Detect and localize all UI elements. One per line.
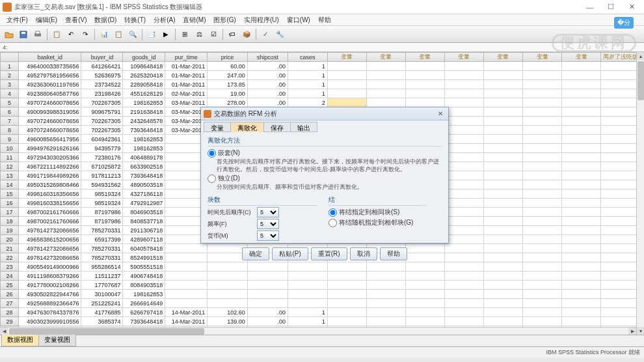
grid-cell[interactable] bbox=[562, 262, 601, 272]
grid-cell[interactable]: 4987002161760666 bbox=[18, 208, 81, 217]
grid-cell[interactable] bbox=[405, 62, 444, 71]
grid-cell[interactable] bbox=[444, 208, 483, 217]
grid-cell[interactable] bbox=[165, 272, 208, 281]
grid-cell[interactable] bbox=[327, 308, 366, 317]
split-icon[interactable]: ⊞ bbox=[178, 28, 191, 41]
radio-independent[interactable] bbox=[208, 174, 216, 183]
grid-cell[interactable] bbox=[405, 317, 444, 326]
grid-cell[interactable] bbox=[483, 244, 522, 253]
menu-item[interactable]: 编辑(E) bbox=[32, 14, 61, 25]
grid-cell[interactable] bbox=[483, 117, 522, 126]
row-header[interactable]: 26 bbox=[1, 290, 19, 299]
grid-cell[interactable] bbox=[327, 71, 366, 80]
grid-cell[interactable] bbox=[483, 189, 522, 199]
row-header[interactable]: 6 bbox=[1, 107, 19, 117]
row-header[interactable]: 7 bbox=[1, 117, 19, 126]
radio-nested[interactable] bbox=[208, 149, 216, 158]
run-icon[interactable]: ▶ bbox=[159, 28, 172, 41]
grid-cell[interactable]: 1 bbox=[288, 80, 327, 89]
grid-cell[interactable]: 2 bbox=[288, 98, 327, 107]
grid-cell[interactable] bbox=[208, 272, 248, 281]
grid-cell[interactable] bbox=[405, 89, 444, 98]
redo-icon[interactable]: ↷ bbox=[79, 28, 92, 41]
grid-cell[interactable]: 65917399 bbox=[81, 235, 123, 244]
vertical-scrollbar[interactable]: ▲ ▼ bbox=[636, 52, 644, 335]
row-header[interactable]: 24 bbox=[1, 272, 19, 281]
column-header[interactable]: cases bbox=[288, 53, 327, 62]
grid-cell[interactable] bbox=[522, 235, 561, 244]
row-header[interactable]: 22 bbox=[1, 253, 19, 262]
dialog-button[interactable]: 帮助 bbox=[380, 247, 407, 260]
row-header[interactable]: 18 bbox=[1, 217, 19, 226]
grid-cell[interactable] bbox=[522, 62, 561, 71]
grid-cell[interactable]: 1 bbox=[288, 317, 327, 326]
grid-cell[interactable] bbox=[444, 299, 483, 308]
grid-cell[interactable] bbox=[522, 117, 561, 126]
grid-cell[interactable] bbox=[444, 89, 483, 98]
grid-cell[interactable]: 278.00 bbox=[208, 98, 248, 107]
grid-cell[interactable] bbox=[522, 262, 561, 272]
grid-cell[interactable]: .00 bbox=[247, 80, 288, 89]
menu-item[interactable]: 分析(A) bbox=[150, 14, 179, 25]
grid-cell[interactable] bbox=[483, 299, 522, 308]
grid-cell[interactable] bbox=[483, 308, 522, 317]
grid-cell[interactable]: 4960085656417956 bbox=[18, 135, 81, 144]
grid-cell[interactable] bbox=[444, 107, 483, 117]
grid-cell[interactable] bbox=[444, 71, 483, 80]
grid-cell[interactable] bbox=[444, 162, 483, 171]
row-header[interactable]: 25 bbox=[1, 281, 19, 290]
menu-item[interactable]: 图形(G) bbox=[209, 14, 239, 25]
grid-cell[interactable] bbox=[522, 135, 561, 144]
grid-cell[interactable]: 173.85 bbox=[208, 80, 248, 89]
grid-cell[interactable] bbox=[483, 217, 522, 226]
menu-item[interactable]: 转换(T) bbox=[120, 14, 150, 25]
grid-cell[interactable]: 01-Mar-2011 bbox=[165, 71, 208, 80]
grid-cell[interactable] bbox=[208, 281, 248, 290]
grid-cell[interactable] bbox=[522, 189, 561, 199]
grid-cell[interactable] bbox=[522, 317, 561, 326]
row-header[interactable]: 3 bbox=[1, 80, 19, 89]
grid-cell[interactable] bbox=[405, 98, 444, 107]
grid-cell[interactable] bbox=[522, 89, 561, 98]
dialog-close-icon[interactable]: ✕ bbox=[435, 109, 446, 118]
find-icon[interactable]: 🔍 bbox=[126, 28, 139, 41]
grid-cell[interactable]: 594931562 bbox=[81, 180, 123, 189]
grid-cell[interactable] bbox=[366, 89, 405, 98]
grid-cell[interactable] bbox=[562, 89, 601, 98]
grid-cell[interactable] bbox=[444, 235, 483, 244]
grid-cell[interactable] bbox=[483, 62, 522, 71]
grid-cell[interactable] bbox=[405, 71, 444, 80]
grid-cell[interactable] bbox=[562, 308, 601, 317]
column-header[interactable]: 变量 bbox=[562, 53, 601, 62]
grid-cell[interactable]: 87197986 bbox=[81, 208, 123, 217]
grid-cell[interactable]: 785270331 bbox=[81, 253, 123, 262]
grid-cell[interactable] bbox=[165, 290, 208, 299]
undo-icon[interactable]: ↶ bbox=[64, 28, 77, 41]
grid-cell[interactable] bbox=[483, 107, 522, 117]
row-header[interactable]: 2 bbox=[1, 71, 19, 80]
menu-item[interactable]: 实用程序(U) bbox=[240, 14, 283, 25]
grid-cell[interactable] bbox=[562, 98, 601, 107]
weight-icon[interactable]: ⚖ bbox=[193, 28, 206, 41]
grid-cell[interactable]: 23734522 bbox=[81, 80, 123, 89]
menu-item[interactable]: 帮助 bbox=[314, 14, 335, 25]
grid-cell[interactable] bbox=[562, 135, 601, 144]
variables-icon[interactable]: 📑 bbox=[145, 28, 158, 41]
grid-cell[interactable]: 7393648418 bbox=[123, 126, 165, 135]
grid-cell[interactable] bbox=[444, 117, 483, 126]
grid-cell[interactable] bbox=[366, 281, 405, 290]
grid-cell[interactable] bbox=[327, 98, 366, 107]
grid-cell[interactable] bbox=[366, 299, 405, 308]
grid-cell[interactable] bbox=[562, 62, 601, 71]
grid-cell[interactable] bbox=[562, 253, 601, 262]
share-button[interactable]: �分 bbox=[614, 17, 634, 29]
grid-cell[interactable]: 4970724660078656 bbox=[18, 126, 81, 135]
grid-cell[interactable] bbox=[483, 126, 522, 135]
grid-cell[interactable] bbox=[522, 308, 561, 317]
grid-cell[interactable] bbox=[562, 162, 601, 171]
grid-cell[interactable] bbox=[562, 244, 601, 253]
grid-cell[interactable] bbox=[522, 80, 561, 89]
column-header[interactable]: 变量 bbox=[444, 53, 483, 62]
recency-select[interactable]: 5 bbox=[257, 207, 279, 217]
grid-cell[interactable] bbox=[483, 281, 522, 290]
